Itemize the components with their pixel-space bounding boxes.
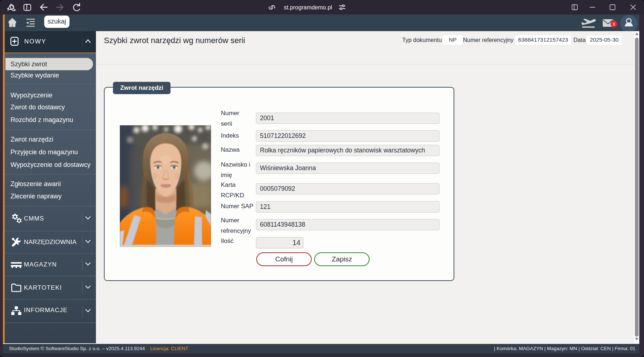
svg-text:8: 8 (613, 21, 615, 27)
svg-text:st.programdemo.pl: st.programdemo.pl (284, 4, 332, 10)
